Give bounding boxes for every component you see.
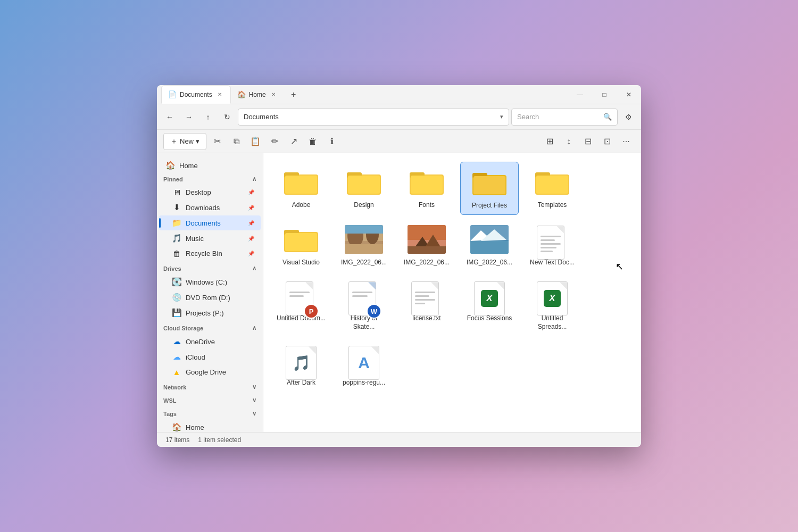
drives-header[interactable]: Drives ∧	[157, 263, 263, 274]
new-button[interactable]: ＋ New ▾	[163, 133, 206, 150]
sidebar-item-desktop[interactable]: 🖥 Desktop 📌	[159, 185, 261, 200]
folder-design-label: Design	[354, 201, 373, 210]
cut-button[interactable]: ✂	[209, 133, 226, 150]
folder-fonts[interactable]: Fonts	[397, 162, 456, 215]
sidebar-item-tags-home[interactable]: 🏠 Home	[159, 420, 261, 432]
file-docx[interactable]: W History of Skate...	[335, 275, 393, 335]
file-focus-sessions-icon: X	[470, 279, 509, 311]
cloud-header[interactable]: Cloud Storage ∧	[157, 322, 263, 334]
wsl-label: WSL	[163, 397, 176, 404]
settings-button[interactable]: ⚙	[620, 109, 637, 126]
sidebar-item-dvd-d[interactable]: 💿 DVD Rom (D:)	[159, 290, 261, 305]
tab-documents-close[interactable]: ✕	[215, 90, 224, 99]
folder-design[interactable]: Design	[335, 162, 393, 215]
pinned-collapse-icon: ∧	[252, 176, 256, 182]
sidebar-item-recycle-bin[interactable]: 🗑 Recycle Bin 📌	[159, 246, 261, 261]
cloud-collapse-icon: ∧	[252, 325, 256, 331]
sidebar-item-google-drive[interactable]: ▲ Google Drive	[159, 365, 261, 379]
projects-p-icon: 💾	[172, 308, 181, 318]
layout-button[interactable]: ⊡	[598, 133, 616, 150]
share-button[interactable]: ↗	[285, 133, 302, 150]
file-font-icon: A	[345, 344, 383, 376]
folder-visual-studio[interactable]: Visual Studio	[272, 219, 330, 271]
wsl-header[interactable]: WSL ∨	[157, 395, 263, 406]
add-tab-button[interactable]: +	[286, 87, 301, 102]
sidebar-item-windows-c[interactable]: 💽 Windows (C:)	[159, 275, 261, 289]
refresh-button[interactable]: ↻	[219, 109, 236, 126]
file-img3-label: IMG_2022_06...	[467, 259, 512, 267]
tab-documents-label: Documents	[180, 91, 212, 98]
tags-home-label: Home	[186, 423, 204, 431]
filter-button[interactable]: ⊟	[579, 133, 596, 150]
sort-button[interactable]: ↕	[560, 133, 577, 150]
file-music-label: After Dark	[287, 379, 315, 387]
file-spreadsheet-label: Untitled Spreads...	[527, 314, 577, 331]
music-sidebar-icon: 🎵	[172, 234, 181, 243]
folder-fonts-label: Fonts	[419, 201, 435, 210]
tags-header[interactable]: Tags ∨	[157, 408, 263, 419]
tab-home[interactable]: 🏠 Home ✕	[231, 85, 284, 104]
folder-templates[interactable]: Templates	[523, 162, 581, 215]
sidebar-item-home[interactable]: 🏠 Home	[159, 158, 261, 173]
new-chevron-icon: ▾	[196, 137, 200, 145]
file-focus-sessions[interactable]: X Focus Sessions	[460, 275, 519, 335]
close-button[interactable]: ✕	[617, 85, 641, 104]
search-bar[interactable]: Search 🔍	[511, 109, 618, 126]
paste-button[interactable]: 📋	[247, 133, 264, 150]
tags-collapse-icon: ∨	[252, 410, 256, 417]
sidebar-item-downloads[interactable]: ⬇ Downloads 📌	[159, 200, 261, 215]
pinned-header[interactable]: Pinned ∧	[157, 173, 263, 185]
sidebar-item-music[interactable]: 🎵 Music 📌	[159, 231, 261, 246]
info-button[interactable]: ℹ	[323, 133, 340, 150]
onedrive-icon: ☁	[172, 337, 181, 346]
file-img1[interactable]: IMG_2022_06...	[335, 219, 393, 271]
copy-button[interactable]: ⧉	[228, 133, 245, 150]
file-font[interactable]: A poppins-regu...	[335, 339, 393, 392]
desktop-pin-icon: 📌	[248, 189, 254, 195]
file-spreadsheet[interactable]: X Untitled Spreads...	[523, 275, 581, 335]
file-pptx[interactable]: P Untitled Docum...	[272, 275, 330, 335]
file-license-icon	[408, 279, 446, 311]
minimize-button[interactable]: —	[568, 85, 592, 104]
folder-templates-icon	[533, 166, 571, 198]
delete-button[interactable]: 🗑	[304, 133, 321, 150]
file-img3[interactable]: IMG_2022_06...	[460, 219, 519, 271]
main-content: 🏠 Home Pinned ∧ 🖥 Desktop 📌 ⬇ Downloads …	[157, 153, 641, 432]
file-license[interactable]: license.txt	[397, 275, 456, 335]
more-button[interactable]: ···	[618, 133, 635, 150]
maximize-button[interactable]: □	[592, 85, 617, 104]
file-img2-label: IMG_2022_06...	[404, 259, 450, 267]
file-music-icon: 🎵	[282, 344, 320, 376]
folder-project-files-icon	[470, 167, 509, 198]
file-font-label: poppins-regu...	[343, 379, 385, 387]
view-toggle-button[interactable]: ⊞	[541, 133, 558, 150]
selected-count: 1 item selected	[198, 436, 241, 444]
cloud-label: Cloud Storage	[163, 325, 203, 331]
file-new-text[interactable]: New Text Doc...	[523, 219, 581, 271]
file-music[interactable]: 🎵 After Dark	[272, 339, 330, 392]
file-focus-sessions-label: Focus Sessions	[467, 314, 512, 323]
pinned-label: Pinned	[163, 176, 183, 182]
music-label: Music	[186, 235, 204, 243]
forward-button[interactable]: →	[180, 109, 197, 126]
sidebar-item-onedrive[interactable]: ☁ OneDrive	[159, 334, 261, 349]
folder-fonts-icon	[408, 166, 446, 198]
file-img2[interactable]: IMG_2022_06...	[397, 219, 456, 271]
google-drive-label: Google Drive	[186, 368, 226, 376]
sidebar-item-documents[interactable]: 📁 Documents 📌	[159, 215, 261, 230]
back-button[interactable]: ←	[161, 109, 178, 126]
file-new-text-icon	[533, 223, 571, 255]
rename-button[interactable]: ✏	[266, 133, 283, 150]
svg-rect-17	[285, 233, 317, 251]
up-button[interactable]: ↑	[200, 109, 217, 126]
folder-project-files[interactable]: Project Files	[460, 162, 519, 215]
sidebar-item-icloud[interactable]: ☁ iCloud	[159, 350, 261, 364]
downloads-label: Downloads	[186, 204, 220, 212]
sidebar-item-projects-p[interactable]: 💾 Projects (P:)	[159, 305, 261, 320]
tab-documents[interactable]: 📄 Documents ✕	[161, 85, 231, 104]
address-bar[interactable]: Documents ▾	[238, 109, 509, 126]
folder-adobe[interactable]: Adobe	[272, 162, 330, 215]
network-header[interactable]: Network ∨	[157, 381, 263, 393]
tab-home-close[interactable]: ✕	[269, 90, 278, 99]
svg-rect-23	[345, 225, 383, 234]
